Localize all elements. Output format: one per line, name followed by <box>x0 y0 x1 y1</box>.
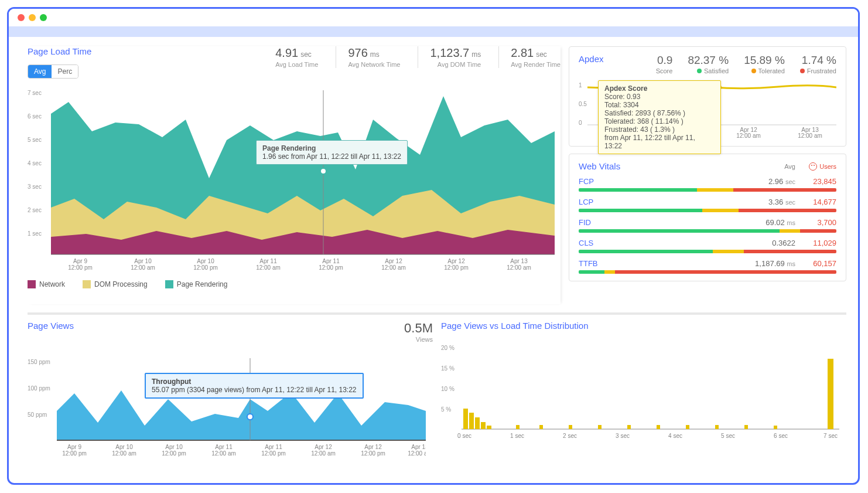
svg-text:Apr 10: Apr 10 <box>165 444 183 450</box>
legend-swatch-render <box>165 280 173 288</box>
svg-text:3 sec: 3 sec <box>616 433 630 439</box>
svg-text:Apr 13: Apr 13 <box>411 444 426 450</box>
svg-text:12:00 am: 12:00 am <box>131 264 155 271</box>
svg-rect-66 <box>487 426 491 429</box>
svg-text:Apr 12: Apr 12 <box>364 444 382 450</box>
svg-text:12:00 pm: 12:00 pm <box>62 450 87 457</box>
avg-load-time-value: 4.91 <box>275 46 298 60</box>
svg-text:Apr 11: Apr 11 <box>265 444 282 450</box>
vital-bar <box>579 229 836 233</box>
vital-row-lcp[interactable]: LCP 3.36 sec 14,677 <box>579 198 836 212</box>
page-views-title: Page Views <box>28 321 74 331</box>
page-load-legend: Network DOM Processing Page Rendering <box>28 280 561 288</box>
maximize-icon[interactable] <box>40 14 47 21</box>
svg-text:Apr 11: Apr 11 <box>259 258 277 264</box>
svg-rect-70 <box>598 425 602 429</box>
apdex-tolerated-value: 15.89 % <box>744 54 785 67</box>
legend-swatch-network <box>28 280 36 288</box>
svg-text:1 sec: 1 sec <box>510 433 524 439</box>
svg-text:Apr 11: Apr 11 <box>215 444 233 450</box>
vital-bar <box>579 188 836 192</box>
apdex-chart[interactable]: 1 0.5 0 Apr 1212:00 am Apr 1312:00 am Ap… <box>579 80 836 139</box>
apdex-satisfied-value: 82.37 % <box>688 54 729 67</box>
avg-render-time-value: 2.81 <box>511 46 534 60</box>
svg-text:12:00 am: 12:00 am <box>211 450 236 457</box>
page-load-chart[interactable]: 7 sec6 sec5 sec 4 sec3 sec2 sec1 sec Apr… <box>28 84 561 274</box>
window-titlebar <box>9 9 858 26</box>
svg-rect-75 <box>744 425 748 429</box>
svg-rect-63 <box>469 413 474 429</box>
svg-text:Apr 12: Apr 12 <box>385 258 402 264</box>
toggle-perc[interactable]: Perc <box>52 65 78 78</box>
apdex-tooltip: Apdex Score Score: 0.93 Total: 3304 Sati… <box>598 80 721 154</box>
svg-text:5 sec: 5 sec <box>721 433 735 439</box>
svg-rect-77 <box>828 359 833 429</box>
svg-text:12:00 pm: 12:00 pm <box>68 264 93 271</box>
apdex-frustrated-value: 1.74 % <box>800 54 836 67</box>
vital-row-fcp[interactable]: FCP 2.96 sec 23,845 <box>579 177 836 192</box>
svg-point-40 <box>247 414 253 420</box>
svg-text:50 ppm: 50 ppm <box>28 412 47 418</box>
page-load-time-title: Page Load Time <box>28 46 91 56</box>
page-load-stats: 4.91secAvg Load Time 976msAvg Network Ti… <box>264 46 561 68</box>
svg-text:1: 1 <box>579 82 582 89</box>
svg-text:0: 0 <box>579 120 582 126</box>
svg-text:3 sec: 3 sec <box>28 183 42 190</box>
toggle-avg[interactable]: Avg <box>28 65 52 78</box>
svg-text:Apr 10: Apr 10 <box>197 258 214 264</box>
svg-text:6 sec: 6 sec <box>28 113 42 120</box>
page-views-panel: Page Views 0.5MViews 150 ppm100 ppm50 pp… <box>28 321 433 483</box>
vitals-col-users: Users <box>795 162 836 171</box>
svg-text:12:00 am: 12:00 am <box>507 264 531 271</box>
svg-rect-65 <box>481 422 486 429</box>
svg-text:Apr 12: Apr 12 <box>315 444 332 450</box>
svg-text:12:00 pm: 12:00 pm <box>444 264 469 271</box>
svg-rect-76 <box>774 426 777 429</box>
svg-text:Apr 9: Apr 9 <box>67 444 81 450</box>
vital-bar <box>579 250 836 253</box>
svg-text:12:00 pm: 12:00 pm <box>162 450 186 457</box>
svg-text:Apr 10: Apr 10 <box>134 258 152 264</box>
vital-row-ttfb[interactable]: TTFB 1,187.69 ms 60,157 <box>579 259 836 274</box>
page-views-value: 0.5M <box>404 321 433 336</box>
svg-text:0.5: 0.5 <box>579 101 587 107</box>
svg-rect-69 <box>569 425 572 429</box>
apdex-title: Apdex <box>579 54 604 64</box>
page-load-time-panel: Page Load Time Avg Perc 4.91secAvg Load … <box>28 46 561 304</box>
legend-swatch-dom <box>83 280 91 288</box>
web-vitals-panel: Web Vitals Avg Users FCP 2.96 sec 23,845… <box>569 154 846 281</box>
distribution-chart[interactable]: 20 %15 %10 %5 % <box>441 335 846 455</box>
avg-dom-time-value: 1,123.7 <box>430 46 469 60</box>
vital-row-cls[interactable]: CLS 0.3622 11,029 <box>579 239 836 253</box>
svg-rect-62 <box>463 409 468 429</box>
svg-text:100 ppm: 100 ppm <box>28 385 50 392</box>
page-load-tooltip: Page Rendering 1.96 sec from Apr 11, 12:… <box>256 140 408 165</box>
svg-text:12:00 pm: 12:00 pm <box>193 264 218 271</box>
svg-text:Apr 10: Apr 10 <box>115 444 133 450</box>
svg-text:12:00 am: 12:00 am <box>112 450 136 457</box>
app-window: Page Load Time Avg Perc 4.91secAvg Load … <box>7 7 860 485</box>
sad-face-icon <box>809 162 817 171</box>
vital-bar <box>579 270 836 274</box>
svg-text:10 %: 10 % <box>441 386 454 392</box>
minimize-icon[interactable] <box>29 14 36 21</box>
svg-text:4 sec: 4 sec <box>668 433 682 439</box>
svg-text:12:00 pm: 12:00 pm <box>261 450 286 457</box>
svg-text:Apr 13: Apr 13 <box>510 258 528 264</box>
svg-text:2 sec: 2 sec <box>563 433 577 439</box>
vital-row-fid[interactable]: FID 69.02 ms 3,700 <box>579 218 836 233</box>
dot-green-icon <box>697 69 702 73</box>
vital-bar <box>579 209 836 212</box>
svg-text:7 sec: 7 sec <box>28 90 42 96</box>
close-icon[interactable] <box>18 14 25 21</box>
dot-orange-icon <box>751 69 756 73</box>
svg-text:7 sec: 7 sec <box>823 433 838 439</box>
svg-text:12:00 am: 12:00 am <box>408 450 426 457</box>
svg-text:12:00 am: 12:00 am <box>311 450 336 457</box>
page-views-chart[interactable]: 150 ppm100 ppm50 ppm Apr 912:00 pm Apr 1… <box>28 346 433 460</box>
distribution-panel: Page Views vs Load Time Distribution 20 … <box>441 321 846 483</box>
svg-text:5 %: 5 % <box>441 406 451 413</box>
svg-rect-68 <box>539 425 543 429</box>
distribution-title: Page Views vs Load Time Distribution <box>441 321 846 331</box>
apdex-panel: Apdex 0.9Score 82.37 %Satisfied 15.89 %T… <box>569 46 846 147</box>
